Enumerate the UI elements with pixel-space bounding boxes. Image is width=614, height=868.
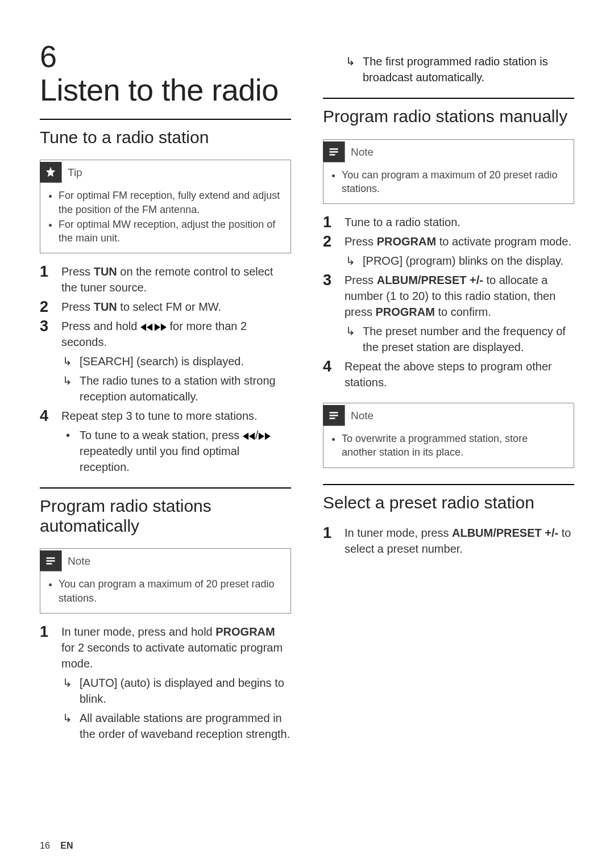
select-steps: In tuner mode, press ALBUM/PRESET +/- to… bbox=[323, 525, 574, 557]
step-text: for 2 seconds to activate automatic prog… bbox=[61, 641, 283, 670]
step-bold: PROGRAM bbox=[215, 625, 275, 638]
spacer bbox=[323, 478, 574, 484]
step: Repeat step 3 to tune to more stations. … bbox=[40, 408, 291, 475]
result-item: [PROG] (program) blinks on the display. bbox=[345, 253, 574, 269]
continuation-result: The first programmed radio station is br… bbox=[323, 53, 574, 85]
note-callout: Note You can program a maximum of 20 pre… bbox=[323, 139, 574, 205]
chapter-title: 6Listen to the radio bbox=[40, 40, 291, 107]
svg-rect-6 bbox=[330, 412, 338, 414]
chapter-text: Listen to the radio bbox=[40, 73, 279, 107]
section-select-heading: Select a preset radio station bbox=[323, 493, 574, 513]
right-column: The first programmed radio station is br… bbox=[323, 40, 574, 829]
spacer bbox=[323, 40, 574, 53]
step-text: Press and hold bbox=[61, 320, 140, 332]
note-callout: Note To overwrite a programmed station, … bbox=[323, 403, 574, 468]
note-body: To overwrite a programmed station, store… bbox=[323, 429, 574, 468]
tune-steps: Press TUN on the remote control to selec… bbox=[40, 264, 291, 475]
divider bbox=[323, 484, 574, 485]
step-text: Press bbox=[61, 301, 94, 313]
step-bold: TUN bbox=[94, 265, 117, 278]
callout-head: Note bbox=[323, 140, 574, 166]
note-icon bbox=[323, 141, 345, 162]
result-item: All available stations are programmed in… bbox=[61, 710, 291, 742]
sub-list: To tune to a weak station, press / repea… bbox=[61, 427, 291, 475]
svg-rect-5 bbox=[330, 154, 335, 156]
step-text: Repeat step 3 to tune to more stations. bbox=[61, 410, 258, 422]
svg-rect-7 bbox=[330, 415, 338, 416]
step-text: Press bbox=[345, 235, 377, 248]
result-item: The first programmed radio station is br… bbox=[345, 53, 574, 85]
note-label: Note bbox=[351, 146, 374, 158]
note-item: You can program a maximum of 20 preset r… bbox=[59, 577, 281, 605]
left-column: 6Listen to the radio Tune to a radio sta… bbox=[40, 40, 291, 829]
result-item: The preset number and the frequency of t… bbox=[345, 323, 574, 355]
columns: 6Listen to the radio Tune to a radio sta… bbox=[40, 40, 574, 829]
step-text: repeatedly until you find optimal recept… bbox=[80, 445, 239, 473]
callout-head: Tip bbox=[40, 160, 291, 186]
note-item: You can program a maximum of 20 preset r… bbox=[342, 168, 565, 196]
result-item: [AUTO] (auto) is displayed and begins to… bbox=[61, 675, 291, 707]
rewind-forward-icon bbox=[140, 323, 167, 331]
step: Press ALBUM/PRESET +/- to allocate a num… bbox=[323, 272, 574, 355]
svg-rect-1 bbox=[47, 561, 55, 562]
tip-item: For optimal FM reception, fully extend a… bbox=[59, 189, 281, 216]
note-icon bbox=[323, 405, 345, 426]
section-auto-heading: Program radio stations automatically bbox=[40, 496, 291, 536]
callout-head: Note bbox=[40, 549, 291, 575]
tip-icon bbox=[40, 162, 62, 183]
step-bold: PROGRAM bbox=[375, 306, 434, 318]
sub-list: [SEARCH] (search) is displayed. The radi… bbox=[61, 353, 291, 404]
step-bold: PROGRAM bbox=[377, 235, 436, 248]
step-bold: ALBUM/PRESET +/- bbox=[452, 527, 558, 539]
auto-steps: In tuner mode, press and hold PROGRAM fo… bbox=[40, 624, 291, 742]
result-item: The radio tunes to a station with strong… bbox=[61, 373, 291, 404]
result-item: [SEARCH] (search) is displayed. bbox=[61, 353, 291, 369]
step-text: In tuner mode, press bbox=[345, 527, 452, 539]
note-callout: Note You can program a maximum of 20 pre… bbox=[40, 548, 291, 614]
divider bbox=[40, 487, 291, 489]
chapter-number: 6 bbox=[40, 40, 70, 73]
tip-callout: Tip For optimal FM reception, fully exte… bbox=[40, 160, 291, 253]
forward-icon bbox=[258, 432, 271, 440]
divider bbox=[323, 98, 574, 99]
sub-list: The preset number and the frequency of t… bbox=[345, 323, 574, 355]
step: In tuner mode, press and hold PROGRAM fo… bbox=[40, 624, 291, 742]
section-manual-heading: Program radio stations manually bbox=[323, 107, 574, 127]
step: Press and hold for more than 2 seconds. … bbox=[40, 318, 291, 404]
step: Tune to a radio station. bbox=[323, 214, 574, 230]
step-bold: TUN bbox=[94, 301, 117, 313]
section-tune-heading: Tune to a radio station bbox=[40, 128, 291, 148]
footer: 16 EN bbox=[40, 829, 574, 851]
note-body: You can program a maximum of 20 preset r… bbox=[323, 166, 574, 204]
step-text: Press bbox=[61, 265, 94, 278]
step-text: to confirm. bbox=[435, 306, 491, 318]
manual-steps: Tune to a radio station. Press PROGRAM t… bbox=[323, 214, 574, 390]
step: Press TUN to select FM or MW. bbox=[40, 299, 291, 315]
note-label: Note bbox=[351, 410, 374, 422]
language-code: EN bbox=[60, 841, 73, 850]
note-label: Note bbox=[68, 555, 90, 567]
page: 6Listen to the radio Tune to a radio sta… bbox=[0, 0, 614, 868]
svg-rect-2 bbox=[47, 564, 52, 565]
callout-head: Note bbox=[323, 403, 574, 429]
sub-list: [PROG] (program) blinks on the display. bbox=[345, 253, 574, 269]
step: Repeat the above steps to program other … bbox=[323, 358, 574, 390]
tip-item: For optimal MW reception, adjust the pos… bbox=[59, 218, 281, 245]
bullet-item: To tune to a weak station, press / repea… bbox=[61, 427, 291, 475]
step-text: In tuner mode, press and hold bbox=[61, 625, 215, 638]
sub-list: [AUTO] (auto) is displayed and begins to… bbox=[61, 675, 291, 742]
step-text: to activate program mode. bbox=[436, 235, 571, 248]
tip-body: For optimal FM reception, fully extend a… bbox=[40, 186, 291, 253]
svg-rect-4 bbox=[330, 151, 338, 153]
step-text: Press bbox=[345, 274, 377, 286]
tip-label: Tip bbox=[68, 166, 82, 179]
step-bold: ALBUM/PRESET +/- bbox=[377, 274, 483, 286]
divider bbox=[40, 119, 291, 120]
page-number: 16 bbox=[40, 841, 50, 850]
svg-rect-8 bbox=[330, 418, 335, 419]
note-body: You can program a maximum of 20 preset r… bbox=[40, 575, 291, 613]
step: In tuner mode, press ALBUM/PRESET +/- to… bbox=[323, 525, 574, 557]
step-text: to select FM or MW. bbox=[117, 301, 221, 313]
note-icon bbox=[40, 550, 62, 571]
step: Press TUN on the remote control to selec… bbox=[40, 264, 291, 295]
